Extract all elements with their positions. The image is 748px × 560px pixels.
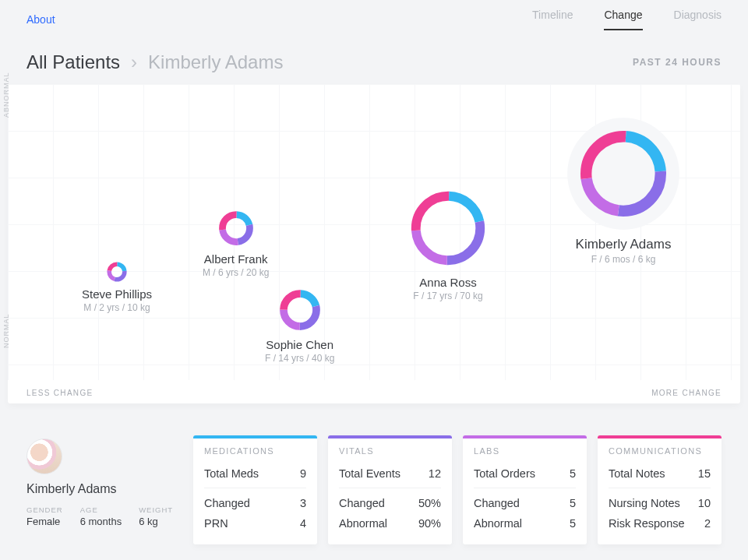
patient-name-label: Kimberly Adams: [576, 237, 672, 252]
breadcrumb-current: Kimberly Adams: [148, 51, 283, 73]
x-axis-right-label: MORE CHANGE: [651, 389, 722, 397]
stat-card-labs[interactable]: LABS Total Orders5 Changed5 Abnormal5: [463, 435, 587, 544]
stat-card-medications[interactable]: MEDICATIONS Total Meds9 Changed3 PRN4: [193, 435, 317, 544]
x-axis: LESS CHANGE MORE CHANGE: [26, 389, 722, 397]
avatar[interactable]: [26, 438, 62, 474]
patient-name-label: Anna Ross: [419, 276, 476, 289]
breadcrumb-root[interactable]: All Patients: [26, 51, 120, 73]
stat-title: MEDICATIONS: [204, 446, 306, 456]
patient-node-sophie-chen[interactable]: Sophie Chen F / 14 yrs / 40 kg: [265, 287, 334, 364]
detail-panel: Kimberly Adams GENDER Female AGE 6 month…: [0, 423, 748, 560]
stat-card-vitals[interactable]: VITALS Total Events12 Changed50% Abnorma…: [328, 435, 452, 544]
patient-name-label: Steve Phillips: [82, 287, 152, 301]
patient-name-label: Albert Frank: [204, 252, 268, 266]
tab-bar: Timeline Change Diagnosis: [532, 9, 722, 30]
patient-name-label: Sophie Chen: [266, 338, 333, 351]
donut-icon: [217, 209, 256, 248]
patient-attributes: GENDER Female AGE 6 months WEIGHT 6 kg: [26, 505, 182, 527]
donut-icon: [277, 287, 323, 333]
about-link[interactable]: About: [26, 13, 55, 26]
patient-info-label: F / 14 yrs / 40 kg: [265, 353, 334, 364]
patient-node-anna-ross[interactable]: Anna Ross F / 17 yrs / 70 kg: [405, 185, 491, 301]
donut-icon: [106, 261, 128, 283]
stat-card-communications[interactable]: COMMUNICATIONS Total Notes15 Nursing Not…: [598, 435, 722, 544]
selected-patient-card: Kimberly Adams GENDER Female AGE 6 month…: [26, 435, 182, 527]
donut-icon: [405, 185, 491, 271]
patient-info-label: M / 6 yrs / 20 kg: [203, 267, 269, 278]
attr-weight: WEIGHT 6 kg: [139, 505, 173, 527]
tab-diagnosis[interactable]: Diagnosis: [674, 9, 722, 30]
patient-node-steve-phillips[interactable]: Steve Phillips M / 2 yrs / 10 kg: [82, 261, 152, 313]
header: About Timeline Change Diagnosis: [0, 0, 748, 39]
donut-icon: [565, 115, 682, 232]
attr-gender: GENDER Female: [26, 505, 63, 527]
patient-info-label: F / 6 mos / 6 kg: [591, 254, 656, 265]
stat-title: VITALS: [339, 446, 441, 456]
attr-age: AGE 6 months: [80, 505, 122, 527]
patient-node-kimberly-adams[interactable]: Kimberly Adams F / 6 mos / 6 kg: [565, 115, 682, 265]
y-axis: ABNORMAL NORMAL: [6, 92, 17, 380]
change-scatter-board: ABNORMAL NORMAL LESS CHANGE MORE CHANGE …: [8, 84, 740, 403]
tab-timeline[interactable]: Timeline: [532, 9, 573, 30]
chevron-right-icon: ›: [131, 51, 137, 73]
stat-title: LABS: [474, 446, 576, 456]
patient-info-label: M / 2 yrs / 10 kg: [83, 302, 150, 313]
stat-title: COMMUNICATIONS: [609, 446, 711, 456]
patient-info-label: F / 17 yrs / 70 kg: [413, 291, 482, 301]
time-range-label: PAST 24 HOURS: [633, 57, 722, 68]
selected-patient-name: Kimberly Adams: [26, 482, 182, 496]
breadcrumb: All Patients › Kimberly Adams: [26, 51, 283, 73]
breadcrumb-row: All Patients › Kimberly Adams PAST 24 HO…: [0, 39, 748, 84]
tab-change[interactable]: Change: [604, 9, 642, 30]
x-axis-left-label: LESS CHANGE: [26, 389, 93, 397]
patient-node-albert-frank[interactable]: Albert Frank M / 6 yrs / 20 kg: [203, 209, 269, 278]
